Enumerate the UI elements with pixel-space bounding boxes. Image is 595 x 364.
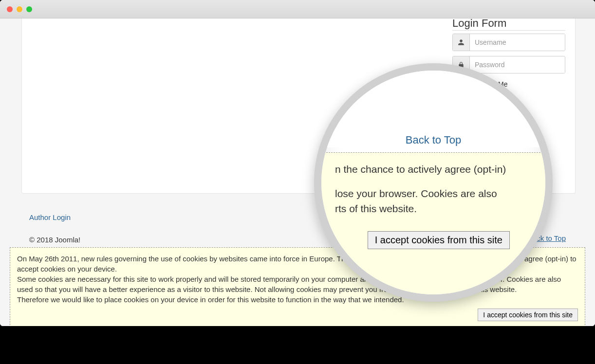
user-icon: [453, 34, 470, 51]
author-login-link[interactable]: Author Login: [29, 213, 71, 221]
close-icon[interactable]: [7, 6, 13, 12]
minimize-icon[interactable]: [17, 6, 22, 12]
magnifier-overlay: Back to Top n the chance to actively agr…: [314, 63, 553, 302]
magnified-text-line2: lose your browser. Cookies are also: [335, 186, 532, 201]
username-group: [452, 34, 565, 51]
accept-cookies-button[interactable]: I accept cookies from this site: [478, 309, 578, 321]
username-input[interactable]: [470, 34, 565, 51]
login-title: Login Form: [452, 18, 565, 31]
magnified-text-line1: n the chance to actively agree (opt-in): [335, 162, 532, 177]
magnified-back-to-top: Back to Top: [321, 134, 545, 146]
magnified-text-line3: rts of this website.: [335, 201, 532, 217]
window-titlebar: [0, 0, 595, 18]
magnified-accept-button[interactable]: I accept cookies from this site: [368, 231, 510, 249]
password-input[interactable]: [470, 56, 565, 73]
maximize-icon[interactable]: [26, 6, 32, 12]
